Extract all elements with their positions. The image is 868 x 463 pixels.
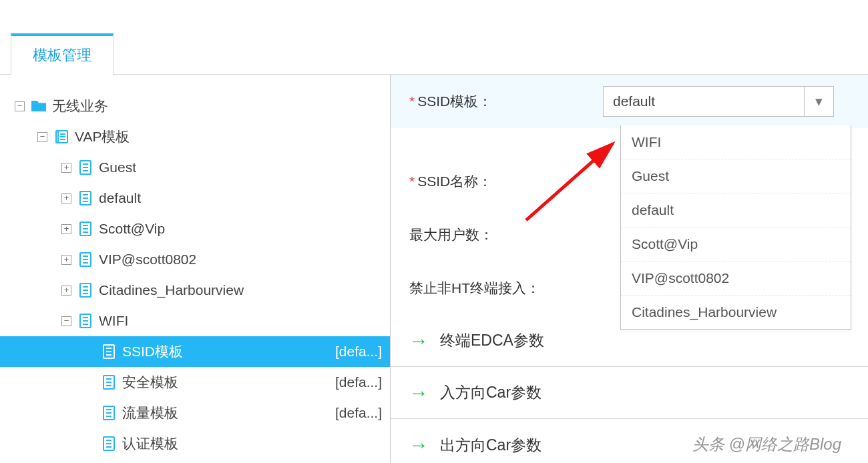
template-icon [78, 221, 93, 236]
collapse-icon[interactable] [61, 316, 71, 326]
tree-item-vipscott[interactable]: VIP@scott0802 [0, 244, 390, 275]
row-ssid-template: *SSID模板： default ▾ [391, 75, 868, 128]
template-icon [78, 160, 93, 175]
tab-template-mgmt[interactable]: 模板管理 [11, 33, 114, 75]
folder-icon [31, 101, 46, 111]
tree-item-scottvip[interactable]: Scott@Vip [0, 213, 390, 244]
collapse-icon[interactable] [15, 101, 25, 111]
tree-item-traffic-template[interactable]: 流量模板 [defa...] [0, 398, 390, 428]
template-icon [101, 344, 116, 359]
tree-label: Citadines_Harbourview [99, 282, 244, 298]
template-icon [78, 191, 93, 205]
dropdown-option[interactable]: Guest [621, 159, 851, 193]
tree-suffix: [defa...] [335, 405, 390, 421]
label-max-users: 最大用户数： [409, 225, 603, 244]
tree-label: VAP模板 [75, 127, 130, 146]
template-icon [78, 314, 93, 328]
select-value: default [613, 93, 655, 109]
tree-label: default [99, 190, 141, 206]
tree-item-auth-template[interactable]: 认证模板 [0, 428, 390, 459]
tree-suffix: [defa...] [335, 344, 390, 360]
required-marker: * [409, 93, 415, 109]
tree-label: VIP@scott0802 [99, 252, 196, 268]
expander-label: 出方向Car参数 [440, 435, 541, 456]
label-forbid-ht: 禁止非HT终端接入： [409, 279, 540, 298]
tree-root-wireless[interactable]: 无线业务 [0, 91, 390, 121]
label-ssid-template: *SSID模板： [409, 92, 603, 111]
template-icon [78, 283, 93, 298]
expander-label: 终端EDCA参数 [440, 330, 544, 351]
expand-arrow-icon: → [409, 332, 428, 350]
tree-label: SSID模板 [122, 342, 183, 361]
chevron-down-icon: ▾ [804, 87, 833, 116]
expand-icon[interactable] [61, 286, 71, 296]
template-icon [78, 252, 93, 267]
ssid-template-select[interactable]: default ▾ [603, 86, 834, 117]
form-panel: *SSID模板： default ▾ WIFI Guest default Sc… [391, 75, 868, 463]
dropdown-option[interactable]: Citadines_Harbourview [621, 296, 851, 329]
expander-car-in[interactable]: → 入方向Car参数 [391, 367, 868, 419]
content-area: 无线业务 VAP模板 Guest default [0, 75, 868, 463]
tree-item-guest[interactable]: Guest [0, 152, 390, 183]
expand-icon[interactable] [61, 193, 71, 203]
dropdown-option[interactable]: WIFI [621, 125, 851, 159]
template-icon [101, 375, 116, 390]
expander-car-out[interactable]: → 出方向Car参数 [391, 419, 868, 463]
ssid-template-dropdown: WIFI Guest default Scott@Vip VIP@scott08… [620, 125, 851, 330]
template-icon [101, 436, 116, 451]
tab-bar: 模板管理 [0, 0, 868, 75]
template-icon [101, 406, 116, 420]
tree-item-wifi[interactable]: WIFI [0, 306, 390, 336]
tree-item-citadines[interactable]: Citadines_Harbourview [0, 275, 390, 306]
tree-panel: 无线业务 VAP模板 Guest default [0, 75, 391, 463]
tree-vap-template[interactable]: VAP模板 [0, 121, 390, 152]
template-group-icon [54, 129, 69, 144]
expander-label: 入方向Car参数 [440, 382, 541, 403]
dropdown-option[interactable]: Scott@Vip [621, 227, 851, 262]
expand-icon[interactable] [61, 224, 71, 234]
required-marker: * [409, 173, 415, 189]
tree-item-ssid-template[interactable]: SSID模板 [defa...] [0, 336, 390, 367]
tree-label: 流量模板 [122, 404, 178, 422]
expand-arrow-icon: → [409, 436, 428, 454]
tree-label: WIFI [99, 313, 128, 329]
tree-label: Guest [99, 159, 136, 175]
collapse-icon[interactable] [37, 132, 47, 142]
dropdown-option[interactable]: VIP@scott0802 [621, 262, 851, 296]
expand-icon[interactable] [61, 163, 71, 173]
expand-arrow-icon: → [409, 384, 428, 402]
tree-label: 认证模板 [122, 434, 178, 453]
tree-label: 安全模板 [122, 373, 178, 392]
tree-suffix: [defa...] [335, 374, 390, 390]
expand-icon[interactable] [61, 255, 71, 265]
label-ssid-name: *SSID名称： [409, 172, 603, 191]
tree-item-default[interactable]: default [0, 183, 390, 213]
tree-label: Scott@Vip [99, 221, 165, 237]
tree-item-security-template[interactable]: 安全模板 [defa...] [0, 367, 390, 398]
dropdown-option[interactable]: default [621, 193, 851, 227]
tree-label: 无线业务 [52, 97, 108, 115]
